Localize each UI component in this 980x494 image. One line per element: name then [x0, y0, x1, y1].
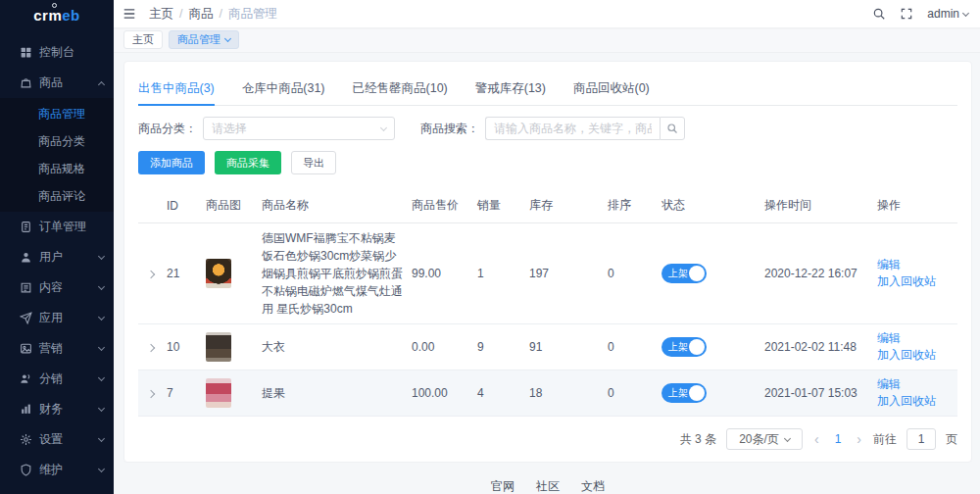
chevron-down-icon — [962, 9, 969, 16]
tab-low-stock[interactable]: 警戒库存(13) — [475, 74, 546, 105]
sidebar-item-content[interactable]: 内容 — [0, 272, 114, 303]
logo-ring-icon — [52, 3, 57, 8]
toggle-knob — [689, 385, 705, 401]
footer-link-docs[interactable]: 文档 — [581, 478, 605, 494]
fullscreen-icon[interactable] — [900, 7, 913, 21]
chevron-down-icon — [380, 124, 387, 130]
cell-sort: 0 — [604, 370, 658, 417]
status-toggle[interactable]: 上架 — [662, 337, 707, 357]
sidebar-item-goods-spec[interactable]: 商品规格 — [0, 155, 114, 182]
product-image[interactable] — [206, 259, 231, 288]
sidebar-item-label: 内容 — [39, 279, 99, 296]
sidebar-item-apps[interactable]: 应用 — [0, 303, 114, 333]
edit-link[interactable]: 编辑 — [877, 258, 901, 272]
status-toggle[interactable]: 上架 — [662, 264, 707, 283]
current-page[interactable]: 1 — [831, 432, 846, 446]
chevron-down-icon — [98, 253, 105, 260]
total-count: 共 3 条 — [680, 431, 716, 448]
search-icon[interactable] — [872, 7, 886, 21]
toggle-knob — [689, 339, 705, 355]
sidebar-item-maintenance[interactable]: 维护 — [0, 455, 114, 485]
tab-in-warehouse[interactable]: 仓库中商品(31) — [242, 74, 325, 105]
username: admin — [927, 7, 959, 21]
chevron-up-icon — [98, 80, 105, 87]
chevron-down-icon — [98, 466, 105, 472]
cell-time: 2020-12-22 16:07 — [760, 223, 873, 324]
status-toggle[interactable]: 上架 — [662, 383, 707, 403]
next-page-button[interactable]: › — [855, 431, 863, 447]
chevron-down-icon — [98, 344, 105, 351]
user-icon — [20, 251, 32, 264]
user-menu[interactable]: admin — [927, 7, 968, 21]
cell-name: 德国WMF福腾宝不粘锅麦饭石色炒锅30cm炒菜锅少烟锅具煎锅平底煎炒锅煎蛋不粘锅… — [258, 223, 408, 324]
cell-stock: 18 — [525, 370, 604, 417]
sidebar-item-orders[interactable]: 订单管理 — [0, 212, 114, 242]
topbar-tools: admin — [872, 7, 968, 21]
column-header-time: 操作时间 — [760, 188, 873, 223]
breadcrumb-current: 商品管理 — [228, 6, 277, 23]
breadcrumb-goods[interactable]: 商品 — [188, 6, 213, 23]
sidebar-item-console[interactable]: 控制台 — [0, 37, 114, 68]
sidebar-item-goods[interactable]: 商品 — [0, 68, 114, 98]
product-image[interactable] — [206, 378, 231, 408]
breadcrumb-home[interactable]: 主页 — [149, 6, 173, 23]
sidebar-item-goods-category[interactable]: 商品分类 — [0, 127, 114, 155]
chevron-down-icon — [98, 283, 105, 290]
column-header-price: 商品售价 — [408, 188, 473, 223]
cell-name: 提果 — [258, 370, 408, 417]
edit-link[interactable]: 编辑 — [877, 377, 901, 391]
column-header-image: 商品图 — [202, 188, 258, 223]
prev-page-button[interactable]: ‹ — [812, 431, 821, 447]
sidebar-item-goods-review[interactable]: 商品评论 — [0, 182, 114, 210]
search-submit-button[interactable] — [660, 117, 685, 140]
column-header-actions: 操作 — [873, 188, 957, 223]
cell-name: 大衣 — [258, 324, 408, 370]
logo-e: e — [62, 7, 71, 24]
search-filter-label: 商品搜索： — [420, 121, 479, 137]
sidebar-item-settings[interactable]: 设置 — [0, 424, 114, 455]
collapse-menu-icon[interactable] — [122, 7, 137, 21]
tag-goods-manage[interactable]: 商品管理 — [169, 30, 239, 49]
column-header-sort: 排序 — [604, 188, 658, 223]
breadcrumb-separator: / — [219, 7, 221, 21]
sidebar-item-marketing[interactable]: 营销 — [0, 333, 114, 364]
content-icon — [20, 281, 32, 294]
page-size-select[interactable]: 20条/页 — [726, 428, 803, 450]
goto-label: 前往 — [873, 431, 897, 448]
expand-row-icon[interactable] — [147, 344, 155, 352]
tab-on-sale[interactable]: 出售中商品(3) — [138, 74, 215, 105]
sidebar-item-distribution[interactable]: 分销 — [0, 364, 114, 394]
goods-submenu: 商品管理 商品分类 商品规格 商品评论 — [0, 98, 114, 212]
recycle-link[interactable]: 加入回收站 — [877, 348, 936, 362]
breadcrumb: 主页 / 商品 / 商品管理 — [149, 6, 277, 23]
tab-recycle-bin[interactable]: 商品回收站(0) — [573, 74, 650, 105]
sidebar-nav: 控制台 商品 商品管理 商品分类 商品规格 商品评论 订单管理 用户 — [0, 29, 114, 485]
sidebar-item-label: 应用 — [39, 310, 99, 326]
chevron-down-icon — [98, 435, 105, 442]
table-row: 7 提果 100.00 4 18 0 上架 2021-01-07 15:03 编… — [138, 370, 957, 417]
cell-time: 2021-01-07 15:03 — [760, 370, 873, 417]
product-image[interactable] — [206, 332, 231, 362]
content-area: 出售中商品(3) 仓库中商品(31) 已经售罄商品(10) 警戒库存(13) 商… — [114, 53, 980, 494]
tab-sold-out[interactable]: 已经售罄商品(10) — [353, 74, 448, 105]
footer-link-official[interactable]: 官网 — [491, 478, 514, 494]
chevron-down-icon — [98, 314, 105, 321]
sidebar-item-finance[interactable]: 财务 — [0, 394, 114, 424]
recycle-link[interactable]: 加入回收站 — [877, 394, 936, 408]
goods-table: ID 商品图 商品名称 商品售价 销量 库存 排序 状态 操作时间 操作 — [138, 188, 957, 417]
footer-link-community[interactable]: 社区 — [536, 478, 560, 494]
export-button[interactable]: 导出 — [291, 151, 336, 174]
edit-link[interactable]: 编辑 — [877, 331, 901, 345]
collect-goods-button[interactable]: 商品采集 — [215, 151, 281, 174]
sidebar-item-goods-manage[interactable]: 商品管理 — [0, 100, 114, 127]
category-select[interactable]: 请选择 — [203, 117, 395, 140]
add-goods-button[interactable]: 添加商品 — [138, 151, 205, 174]
footer-links: 官网 社区 文档 — [114, 478, 980, 494]
sidebar-item-users[interactable]: 用户 — [0, 242, 114, 272]
recycle-link[interactable]: 加入回收站 — [877, 274, 936, 288]
goods-search-input[interactable] — [485, 117, 660, 140]
goto-page-input[interactable] — [906, 428, 936, 450]
expand-row-icon[interactable] — [147, 271, 155, 278]
tag-home[interactable]: 主页 — [123, 30, 163, 49]
expand-row-icon[interactable] — [147, 390, 155, 398]
